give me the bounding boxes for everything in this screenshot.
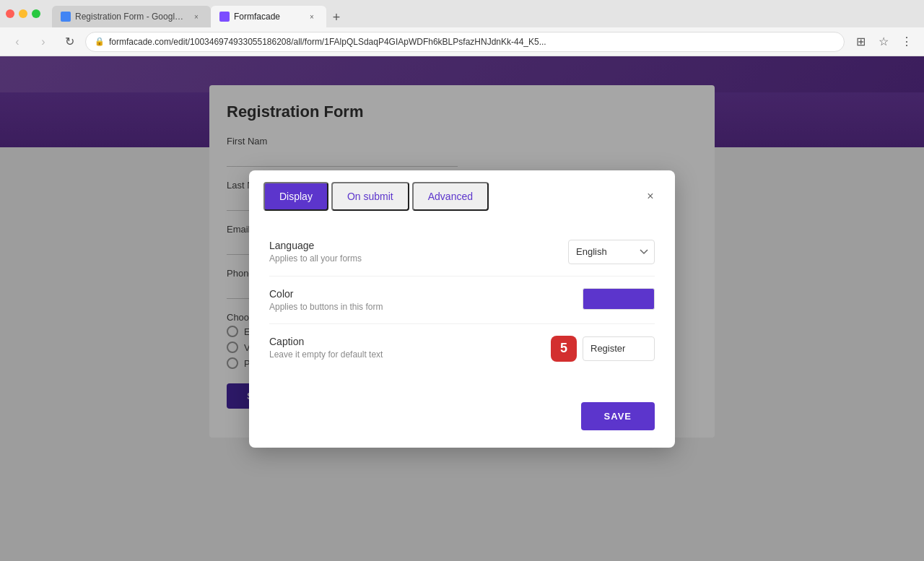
browser-window: Registration Form - Google For × Formfac… (0, 0, 924, 561)
lock-icon: 🔒 (95, 37, 105, 46)
back-button[interactable]: ‹ (7, 32, 27, 52)
titlebar: Registration Form - Google For × Formfac… (0, 0, 924, 27)
caption-input[interactable] (583, 336, 655, 361)
caption-desc: Leave it empty for default text (269, 349, 536, 360)
tab-advanced[interactable]: Advanced (412, 182, 489, 211)
color-title: Color (269, 288, 568, 300)
language-control: English French Spanish German Portuguese (568, 240, 655, 264)
modal-close-button[interactable]: × (640, 186, 661, 206)
nav-actions: ⊞ ☆ ⋮ (850, 32, 917, 52)
tab-favicon-google (61, 12, 71, 22)
address-bar[interactable]: 🔒 formfacade.com/edit/100346974933055186… (85, 32, 845, 52)
language-label-group: Language Applies to all your forms (269, 240, 554, 264)
save-button[interactable]: SAVE (581, 402, 655, 430)
tab-favicon-ff (219, 12, 230, 22)
modal-body: Language Applies to all your forms Engli… (249, 211, 675, 391)
reload-button[interactable]: ↻ (59, 32, 79, 52)
modal-footer: SAVE (249, 391, 675, 448)
menu-button[interactable]: ⋮ (897, 32, 917, 52)
tab-close-2[interactable]: × (306, 11, 318, 22)
color-swatch[interactable] (583, 288, 655, 310)
language-select[interactable]: English French Spanish German Portuguese (568, 240, 655, 264)
tab-formfacade[interactable]: Formfacade × (211, 6, 326, 27)
language-title: Language (269, 240, 554, 251)
tabs-bar: Registration Form - Google For × Formfac… (52, 0, 346, 27)
forward-button[interactable]: › (33, 32, 53, 52)
color-label-group: Color Applies to buttons in this form (269, 288, 568, 312)
tab-display[interactable]: Display (263, 182, 328, 211)
language-desc: Applies to all your forms (269, 253, 554, 264)
tab-registration-form[interactable]: Registration Form - Google For × (52, 6, 211, 27)
tab-close-1[interactable]: × (191, 11, 202, 22)
extensions-button[interactable]: ⊞ (850, 32, 871, 52)
close-traffic-light[interactable] (6, 9, 14, 18)
modal-header: Display On submit Advanced × (249, 170, 675, 211)
caption-label-group: Caption Leave it empty for default text (269, 336, 536, 360)
language-section: Language Applies to all your forms Engli… (269, 228, 655, 277)
minimize-traffic-light[interactable] (19, 9, 27, 18)
new-tab-button[interactable]: + (326, 7, 346, 27)
badge-5: 5 (551, 336, 577, 362)
color-control (583, 288, 655, 310)
nav-bar: ‹ › ↻ 🔒 formfacade.com/edit/100346974933… (0, 27, 924, 56)
caption-control: 5 (551, 336, 655, 362)
tab-title-1: Registration Form - Google For (75, 12, 186, 22)
color-desc: Applies to buttons in this form (269, 302, 568, 312)
caption-section: Caption Leave it empty for default text … (269, 324, 655, 373)
caption-title: Caption (269, 336, 536, 347)
fullscreen-traffic-light[interactable] (32, 9, 40, 18)
page-content: Registration Form First Nam Last Nam Ema… (0, 56, 924, 561)
color-section: Color Applies to buttons in this form (269, 277, 655, 324)
tab-on-submit[interactable]: On submit (331, 182, 409, 211)
tab-title-2: Formfacade (234, 12, 302, 22)
settings-modal: Display On submit Advanced × Language Ap… (249, 170, 675, 448)
modal-overlay: Display On submit Advanced × Language Ap… (0, 56, 924, 561)
bookmark-button[interactable]: ☆ (873, 32, 894, 52)
address-text: formfacade.com/edit/10034697493305518620… (109, 37, 835, 47)
traffic-lights (6, 9, 40, 18)
